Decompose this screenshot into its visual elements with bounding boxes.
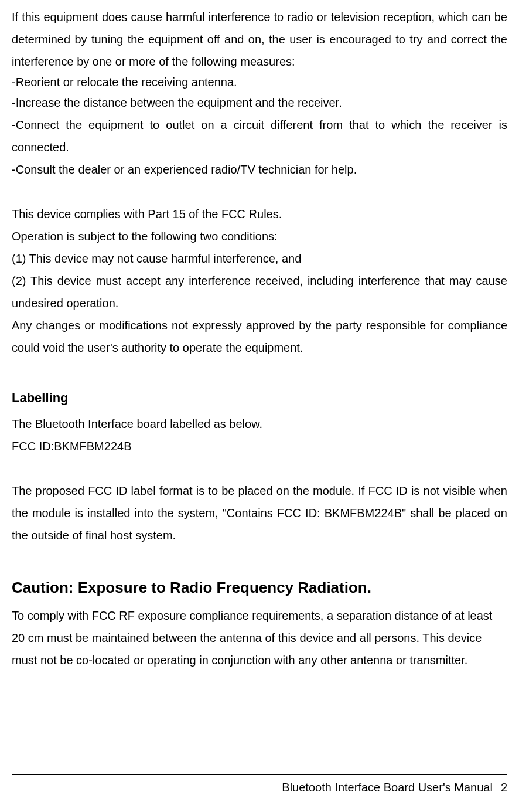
intro-paragraph: If this equipment does cause harmful int… [12, 6, 507, 73]
footer-title: Bluetooth Interface Board User's Manual [282, 781, 493, 794]
labelling-p3: The proposed FCC ID label format is to b… [12, 480, 507, 546]
footer-text: Bluetooth Interface Board User's Manual … [12, 781, 507, 794]
condition-1: (1) This device may not cause harmful in… [12, 247, 507, 270]
caution-p1: To comply with FCC RF exposure complianc… [12, 604, 507, 671]
caution-heading: Caution: Exposure to Radio Frequency Rad… [12, 573, 507, 602]
compliance-line-2: Operation is subject to the following tw… [12, 225, 507, 247]
labelling-fccid: FCC ID:BKMFBM224B [12, 435, 507, 457]
spacer [12, 546, 507, 569]
spacer [12, 457, 507, 480]
labelling-p1: The Bluetooth Interface board labelled a… [12, 413, 507, 435]
measure-1: -Reorient or relocate the receiving ante… [12, 73, 507, 91]
page-number: 2 [501, 781, 507, 794]
footer-divider [12, 774, 507, 775]
measure-2: -Increase the distance between the equip… [12, 91, 507, 114]
measure-3: -Connect the equipment to outlet on a ci… [12, 114, 507, 158]
document-body: If this equipment does cause harmful int… [12, 6, 507, 671]
measure-4: -Consult the dealer or an experienced ra… [12, 158, 507, 181]
labelling-heading: Labelling [12, 386, 507, 410]
spacer [12, 359, 507, 381]
spacer [12, 181, 507, 203]
page-footer: Bluetooth Interface Board User's Manual … [12, 774, 507, 794]
compliance-line-1: This device complies with Part 15 of the… [12, 203, 507, 225]
compliance-changes: Any changes or modifications not express… [12, 314, 507, 359]
condition-2: (2) This device must accept any interfer… [12, 270, 507, 314]
